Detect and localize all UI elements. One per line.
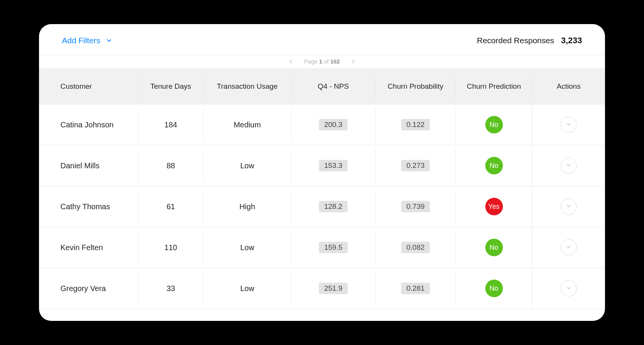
chevron-left-icon[interactable] <box>288 59 293 64</box>
col-usage: Transaction Usage <box>203 75 291 98</box>
chevron-down-icon <box>566 243 572 252</box>
table-row: Cathy Thomas61High128.20.739Yes <box>39 186 605 227</box>
add-filters-button[interactable]: Add Filters <box>62 36 112 45</box>
churn-pred-badge: No <box>485 116 503 133</box>
cell-usage: High <box>203 191 291 223</box>
row-expand-button[interactable] <box>561 239 577 255</box>
table-row: Gregory Vera33Low251.90.281No <box>39 268 605 309</box>
cell-churn-pred: No <box>456 268 532 309</box>
cell-churn-prob: 0.273 <box>376 148 456 183</box>
cell-actions <box>532 105 605 144</box>
cell-tenure: 184 <box>138 109 203 141</box>
table-body: Catina Johnson184Medium200.30.122NoDanie… <box>39 104 605 321</box>
recorded-count: 3,233 <box>561 36 582 46</box>
nps-pill: 153.3 <box>319 160 348 171</box>
cell-actions <box>532 187 605 226</box>
pager-text: Page 1 of 162 <box>304 58 340 65</box>
cell-tenure: 33 <box>138 273 203 304</box>
chevron-down-icon <box>566 284 572 293</box>
cell-nps: 200.3 <box>291 107 376 142</box>
pager-prefix: Page <box>304 58 317 65</box>
churn-pred-badge: No <box>485 280 503 297</box>
col-tenure: Tenure Days <box>138 75 203 98</box>
cell-actions <box>532 146 605 185</box>
top-bar: Add Filters Recorded Responses 3,233 <box>39 24 605 55</box>
cell-usage: Low <box>203 232 291 264</box>
col-actions: Actions <box>532 75 605 98</box>
cell-customer: Catina Johnson <box>39 109 138 141</box>
nps-pill: 159.5 <box>319 242 348 253</box>
churn-prob-pill: 0.273 <box>401 160 430 171</box>
cell-usage: Low <box>203 150 291 182</box>
recorded-responses: Recorded Responses 3,233 <box>477 36 582 46</box>
cell-customer: Gregory Vera <box>39 273 138 304</box>
cell-churn-prob: 0.281 <box>376 271 456 306</box>
cell-usage: Low <box>203 273 291 304</box>
col-churn-prob: Churn Probability <box>376 75 456 98</box>
churn-pred-badge: Yes <box>485 198 503 215</box>
responses-card: Add Filters Recorded Responses 3,233 Pag… <box>39 24 605 321</box>
cell-nps: 128.2 <box>291 189 376 224</box>
chevron-down-icon <box>106 37 112 44</box>
col-churn-pred: Churn Prediction <box>456 75 532 98</box>
add-filters-label: Add Filters <box>62 36 100 45</box>
churn-prob-pill: 0.281 <box>401 283 430 294</box>
row-expand-button[interactable] <box>561 117 577 133</box>
col-customer: Customer <box>39 75 138 98</box>
table-header: Customer Tenure Days Transaction Usage Q… <box>39 68 605 104</box>
pager-total: 162 <box>330 58 340 65</box>
churn-prob-pill: 0.122 <box>401 119 430 130</box>
cell-usage: Medium <box>203 109 291 141</box>
cell-churn-prob: 0.082 <box>376 230 456 265</box>
cell-nps: 153.3 <box>291 148 376 183</box>
row-expand-button[interactable] <box>561 280 577 296</box>
chevron-right-icon[interactable] <box>351 59 356 64</box>
nps-pill: 200.3 <box>319 119 348 130</box>
chevron-down-icon <box>566 120 572 129</box>
cell-tenure: 88 <box>138 150 203 182</box>
row-expand-button[interactable] <box>561 199 577 215</box>
cell-customer: Daniel Mills <box>39 150 138 182</box>
cell-customer: Kevin Felten <box>39 232 138 264</box>
cell-nps: 251.9 <box>291 271 376 306</box>
churn-pred-badge: No <box>485 157 503 174</box>
cell-nps: 159.5 <box>291 230 376 265</box>
cell-churn-pred: No <box>456 145 532 186</box>
churn-prob-pill: 0.739 <box>401 201 430 212</box>
cell-churn-pred: No <box>456 104 532 145</box>
cell-actions <box>532 269 605 308</box>
pager-current: 1 <box>319 58 322 65</box>
col-nps: Q4 - NPS <box>291 75 376 98</box>
chevron-down-icon <box>566 161 572 170</box>
cell-churn-pred: No <box>456 227 532 268</box>
row-expand-button[interactable] <box>561 158 577 174</box>
table-row: Daniel Mills88Low153.30.273No <box>39 145 605 186</box>
cell-churn-prob: 0.739 <box>376 189 456 224</box>
churn-prob-pill: 0.082 <box>401 242 430 253</box>
cell-customer: Cathy Thomas <box>39 191 138 223</box>
churn-pred-badge: No <box>485 239 503 256</box>
table-row: Kevin Felten110Low159.50.082No <box>39 227 605 268</box>
pager: Page 1 of 162 <box>39 55 605 68</box>
nps-pill: 251.9 <box>319 283 348 294</box>
table-row: Catina Johnson184Medium200.30.122No <box>39 104 605 145</box>
cell-actions <box>532 228 605 267</box>
nps-pill: 128.2 <box>319 201 348 212</box>
cell-tenure: 61 <box>138 191 203 223</box>
cell-churn-pred: Yes <box>456 186 532 227</box>
cell-churn-prob: 0.122 <box>376 107 456 142</box>
cell-tenure: 110 <box>138 232 203 264</box>
recorded-label: Recorded Responses <box>477 36 554 45</box>
pager-of: of <box>324 58 329 65</box>
chevron-down-icon <box>566 202 572 211</box>
